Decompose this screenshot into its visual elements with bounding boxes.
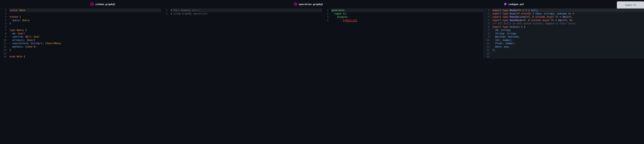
svg-point-11: [294, 3, 294, 4]
graphql-icon: [90, 2, 94, 7]
line-number: 2: [161, 12, 168, 16]
line-number: 1: [483, 9, 490, 12]
line-number: 11: [483, 42, 490, 45]
code-line[interactable]: plugins:: [332, 15, 483, 19]
line-number: 14: [0, 52, 6, 55]
graphql-icon: [294, 2, 298, 7]
tab-codegen[interactable]: codegen.yml: [411, 0, 617, 9]
svg-point-6: [296, 2, 296, 3]
line-number: 1: [161, 9, 168, 12]
code-line[interactable]: }: [10, 22, 161, 25]
code-line[interactable]: generates:: [332, 9, 483, 12]
line-number: 9: [483, 35, 490, 39]
code-line[interactable]: export type MakeOptional<T, K extends ke…: [492, 15, 644, 19]
pane-operation[interactable]: 12 # This example isn't# using GraphQL o…: [161, 9, 322, 58]
line-number: 15: [0, 55, 6, 58]
code-line[interactable]: query: Query: [10, 19, 161, 22]
code-area[interactable]: generates: types.ts: plugins: - typescri…: [332, 9, 483, 58]
line-number: 4: [322, 19, 328, 22]
line-number: 2: [483, 12, 490, 16]
svg-point-5: [90, 3, 91, 4]
line-number: 7: [0, 29, 6, 32]
line-number: 3: [322, 15, 328, 19]
code-line[interactable]: # This example isn't: [170, 9, 322, 12]
line-gutter: 123456789101112131415: [0, 9, 10, 58]
svg-point-9: [296, 5, 296, 6]
code-line[interactable]: export type MakeMaybe<T, K extends keyof…: [492, 19, 644, 22]
code-line[interactable]: me: User!: [10, 32, 161, 35]
code-line[interactable]: type Query {: [10, 29, 161, 32]
code-line[interactable]: export type Maybe<T> = T | null;: [492, 9, 644, 12]
tab-operation[interactable]: operation.graphql: [206, 0, 411, 9]
svg-point-1: [93, 3, 94, 4]
line-number: 1: [0, 9, 6, 12]
code-line[interactable]: myChats: [Chat!]!: [10, 45, 161, 49]
line-gutter: 12: [161, 9, 170, 58]
code-line[interactable]: types.ts:: [332, 12, 483, 16]
code-line[interactable]: - typescript: [332, 19, 483, 22]
line-number: 1: [322, 9, 328, 12]
pane-codegen[interactable]: 1234 generates: types.ts: plugins: - typ…: [322, 9, 483, 58]
tab-types[interactable]: types.ts: [617, 1, 644, 9]
line-number: 14: [483, 52, 490, 55]
box-icon: [504, 3, 507, 6]
code-line[interactable]: allUsers: [User]: [10, 39, 161, 42]
line-number: 2: [322, 12, 328, 16]
line-number: 9: [0, 35, 6, 39]
line-number: 2: [0, 12, 6, 16]
code-line[interactable]: [492, 52, 644, 55]
line-number: 5: [0, 22, 6, 25]
tab-schema[interactable]: schema.graphql: [0, 0, 206, 9]
code-line[interactable]: export type Scalars = {: [492, 25, 644, 29]
pane-types[interactable]: 123456789101112131415 export type Maybe<…: [483, 9, 644, 58]
code-line[interactable]: [10, 12, 161, 16]
code-line[interactable]: scalar Date: [10, 9, 161, 12]
code-area[interactable]: # This example isn't# using GraphQL oper…: [170, 9, 322, 58]
code-line[interactable]: [10, 52, 161, 55]
line-number: 7: [483, 29, 490, 32]
code-line[interactable]: /** All built-in and custom scalars, map…: [492, 22, 644, 25]
line-number: 4: [483, 19, 490, 22]
tab-bar: schema.graphql operation.graphql codegen…: [0, 0, 644, 9]
line-number: 13: [0, 48, 6, 52]
code-line[interactable]: String: string;: [492, 32, 644, 35]
svg-point-2: [93, 5, 94, 5]
code-area[interactable]: export type Maybe<T> = T | null;export t…: [492, 9, 644, 58]
pane-schema[interactable]: 123456789101112131415 scalar Date schema…: [0, 9, 161, 58]
line-number: 10: [0, 39, 6, 42]
line-number: 5: [483, 22, 490, 25]
code-line[interactable]: };: [492, 48, 644, 52]
code-line[interactable]: }: [10, 48, 161, 52]
code-line[interactable]: search(term: String!): [SearchResu: [10, 42, 161, 45]
tab-label: types.ts: [625, 4, 636, 6]
svg-point-8: [297, 5, 297, 5]
line-gutter: 123456789101112131415: [483, 9, 492, 58]
code-line[interactable]: user(id: ID!): User: [10, 35, 161, 39]
code-line[interactable]: export type Exact<T extends { [key: stri…: [492, 12, 644, 16]
line-number: 15: [483, 55, 490, 58]
tab-label: schema.graphql: [95, 3, 115, 6]
tab-label: codegen.yml: [508, 3, 524, 6]
code-line[interactable]: [10, 25, 161, 29]
line-number: 12: [483, 45, 490, 49]
code-line[interactable]: Boolean: boolean;: [492, 35, 644, 39]
editor-panes: 123456789101112131415 scalar Date schema…: [0, 9, 644, 58]
line-number: 8: [0, 32, 6, 35]
code-line[interactable]: [492, 55, 644, 58]
code-area[interactable]: scalar Date schema { query: Query} type …: [10, 9, 161, 58]
svg-point-10: [294, 5, 294, 5]
line-number: 10: [483, 39, 490, 42]
code-line[interactable]: Float: number;: [492, 42, 644, 45]
line-number: 6: [0, 25, 6, 29]
line-number: 3: [0, 15, 6, 19]
code-line[interactable]: Date: any;: [492, 45, 644, 49]
code-line[interactable]: schema {: [10, 15, 161, 19]
svg-point-4: [90, 5, 91, 5]
code-line[interactable]: ID: string;: [492, 29, 644, 32]
line-number: 12: [0, 45, 6, 49]
code-line[interactable]: # using GraphQL operations: [170, 12, 322, 16]
code-line[interactable]: Int: number;: [492, 39, 644, 42]
line-number: 4: [0, 19, 6, 22]
line-number: 13: [483, 48, 490, 52]
code-line[interactable]: enum Role {: [10, 55, 161, 58]
